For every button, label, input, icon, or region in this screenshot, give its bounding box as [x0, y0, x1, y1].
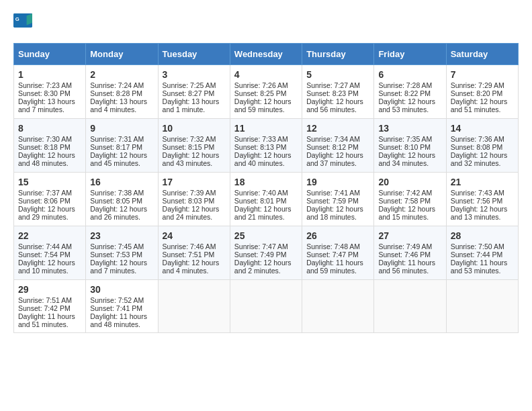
sunset-text: Sunset: 8:10 PM [378, 143, 431, 151]
sunset-text: Sunset: 8:15 PM [163, 143, 215, 151]
daylight-text: Daylight: 12 hours and 24 minutes. [163, 205, 220, 221]
day-number: 1 [18, 69, 81, 80]
daylight-text: Daylight: 12 hours and 48 minutes. [18, 151, 75, 167]
calendar-cell: 19Sunrise: 7:41 AMSunset: 7:59 PMDayligh… [302, 173, 374, 226]
sunrise-text: Sunrise: 7:37 AM [18, 189, 72, 197]
sunrise-text: Sunrise: 7:47 AM [234, 242, 288, 250]
day-number: 25 [234, 230, 298, 241]
calendar-cell: 17Sunrise: 7:39 AMSunset: 8:03 PMDayligh… [158, 173, 230, 226]
sunrise-text: Sunrise: 7:32 AM [163, 135, 216, 143]
day-number: 4 [234, 69, 298, 80]
sunset-text: Sunset: 8:30 PM [18, 89, 71, 97]
day-number: 10 [163, 123, 226, 134]
daylight-text: Daylight: 13 hours and 1 minute. [163, 97, 220, 113]
sunrise-text: Sunrise: 7:49 AM [378, 242, 432, 250]
header-saturday: Saturday [446, 44, 518, 65]
day-number: 3 [163, 69, 226, 80]
calendar-cell: 29Sunrise: 7:51 AMSunset: 7:42 PMDayligh… [14, 280, 86, 333]
daylight-text: Daylight: 12 hours and 18 minutes. [306, 205, 363, 221]
calendar-cell: 10Sunrise: 7:32 AMSunset: 8:15 PMDayligh… [158, 119, 230, 173]
sunset-text: Sunset: 7:49 PM [234, 250, 287, 259]
header: G [13, 13, 519, 32]
calendar-cell [446, 280, 518, 333]
day-number: 13 [378, 123, 441, 134]
sunrise-text: Sunrise: 7:27 AM [306, 81, 360, 89]
calendar-cell: 11Sunrise: 7:33 AMSunset: 8:13 PMDayligh… [230, 119, 302, 173]
logo-icon: G [13, 13, 32, 32]
sunrise-text: Sunrise: 7:25 AM [163, 81, 216, 89]
daylight-text: Daylight: 13 hours and 4 minutes. [90, 97, 147, 113]
sunrise-text: Sunrise: 7:52 AM [90, 296, 144, 304]
daylight-text: Daylight: 12 hours and 37 minutes. [306, 151, 363, 167]
sunset-text: Sunset: 8:06 PM [18, 197, 71, 205]
day-number: 6 [378, 69, 441, 80]
day-number: 15 [18, 177, 81, 187]
calendar-cell: 5Sunrise: 7:27 AMSunset: 8:23 PMDaylight… [302, 65, 374, 119]
calendar-cell [374, 280, 446, 333]
day-number: 12 [306, 123, 369, 134]
daylight-text: Daylight: 12 hours and 29 minutes. [18, 205, 75, 221]
sunset-text: Sunset: 7:44 PM [451, 250, 503, 259]
sunrise-text: Sunrise: 7:38 AM [90, 189, 144, 197]
calendar-cell: 4Sunrise: 7:26 AMSunset: 8:25 PMDaylight… [230, 65, 302, 119]
calendar-cell: 16Sunrise: 7:38 AMSunset: 8:05 PMDayligh… [86, 173, 158, 226]
calendar-cell: 20Sunrise: 7:42 AMSunset: 7:58 PMDayligh… [374, 173, 446, 226]
header-sunday: Sunday [14, 44, 86, 65]
daylight-text: Daylight: 11 hours and 53 minutes. [451, 259, 508, 275]
calendar-cell: 2Sunrise: 7:24 AMSunset: 8:28 PMDaylight… [86, 65, 158, 119]
daylight-text: Daylight: 11 hours and 59 minutes. [306, 259, 363, 275]
daylight-text: Daylight: 12 hours and 51 minutes. [451, 97, 508, 113]
calendar-cell: 25Sunrise: 7:47 AMSunset: 7:49 PMDayligh… [230, 226, 302, 280]
day-number: 20 [378, 177, 441, 187]
day-number: 21 [451, 177, 514, 187]
calendar-cell: 12Sunrise: 7:34 AMSunset: 8:12 PMDayligh… [302, 119, 374, 173]
daylight-text: Daylight: 11 hours and 56 minutes. [378, 259, 435, 275]
header-tuesday: Tuesday [158, 44, 230, 65]
calendar-cell: 14Sunrise: 7:36 AMSunset: 8:08 PMDayligh… [446, 119, 518, 173]
day-number: 29 [18, 284, 81, 295]
day-number: 28 [451, 230, 514, 241]
logo: G [13, 13, 35, 32]
day-number: 23 [90, 230, 153, 241]
sunset-text: Sunset: 8:27 PM [163, 89, 215, 97]
sunrise-text: Sunrise: 7:40 AM [234, 189, 288, 197]
day-number: 30 [90, 284, 153, 295]
sunset-text: Sunset: 7:47 PM [306, 250, 359, 259]
daylight-text: Daylight: 12 hours and 13 minutes. [451, 205, 508, 221]
day-number: 27 [378, 230, 441, 241]
calendar-cell: 15Sunrise: 7:37 AMSunset: 8:06 PMDayligh… [14, 173, 86, 226]
sunrise-text: Sunrise: 7:28 AM [378, 81, 432, 89]
sunrise-text: Sunrise: 7:50 AM [451, 242, 504, 250]
header-wednesday: Wednesday [230, 44, 302, 65]
day-number: 5 [306, 69, 369, 80]
sunrise-text: Sunrise: 7:36 AM [451, 135, 504, 143]
sunset-text: Sunset: 8:03 PM [163, 197, 215, 205]
daylight-text: Daylight: 12 hours and 21 minutes. [234, 205, 292, 221]
day-number: 9 [90, 123, 153, 134]
day-number: 8 [18, 123, 81, 134]
sunrise-text: Sunrise: 7:34 AM [306, 135, 360, 143]
calendar-cell [230, 280, 302, 333]
calendar-cell: 18Sunrise: 7:40 AMSunset: 8:01 PMDayligh… [230, 173, 302, 226]
sunset-text: Sunset: 8:28 PM [90, 89, 142, 97]
day-number: 22 [18, 230, 81, 241]
calendar-cell [302, 280, 374, 333]
sunrise-text: Sunrise: 7:31 AM [90, 135, 144, 143]
day-number: 17 [163, 177, 226, 187]
calendar-cell: 6Sunrise: 7:28 AMSunset: 8:22 PMDaylight… [374, 65, 446, 119]
calendar-cell: 28Sunrise: 7:50 AMSunset: 7:44 PMDayligh… [446, 226, 518, 280]
sunrise-text: Sunrise: 7:46 AM [163, 242, 216, 250]
sunset-text: Sunset: 8:08 PM [451, 143, 503, 151]
daylight-text: Daylight: 12 hours and 34 minutes. [378, 151, 435, 167]
sunset-text: Sunset: 7:59 PM [306, 197, 359, 205]
daylight-text: Daylight: 12 hours and 59 minutes. [234, 97, 292, 113]
header-thursday: Thursday [302, 44, 374, 65]
calendar-cell: 7Sunrise: 7:29 AMSunset: 8:20 PMDaylight… [446, 65, 518, 119]
sunset-text: Sunset: 7:41 PM [90, 304, 142, 312]
calendar-cell: 21Sunrise: 7:43 AMSunset: 7:56 PMDayligh… [446, 173, 518, 226]
calendar-cell: 1Sunrise: 7:23 AMSunset: 8:30 PMDaylight… [14, 65, 86, 119]
sunset-text: Sunset: 8:01 PM [234, 197, 287, 205]
calendar-cell [158, 280, 230, 333]
sunrise-text: Sunrise: 7:51 AM [18, 296, 72, 304]
calendar-cell: 13Sunrise: 7:35 AMSunset: 8:10 PMDayligh… [374, 119, 446, 173]
